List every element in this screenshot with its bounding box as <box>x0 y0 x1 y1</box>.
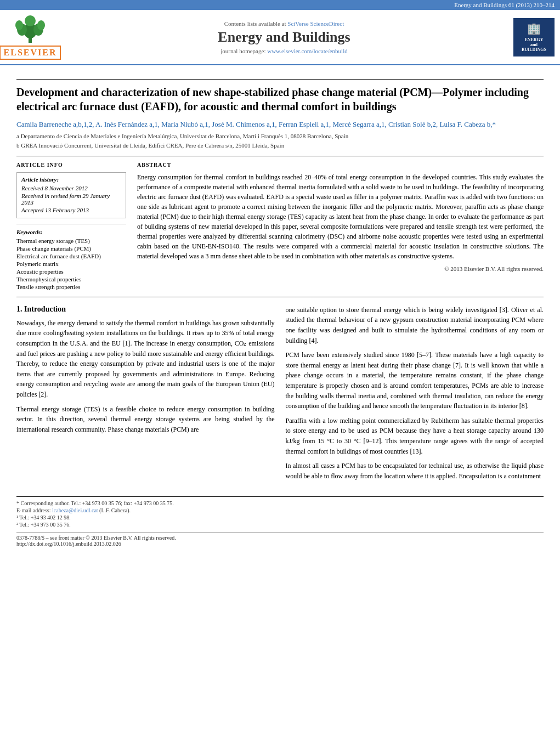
doi-anchor[interactable]: http://dx.doi.org/10.1016/j.enbuild.2013… <box>16 541 121 547</box>
authors-line: Camila Barreneche a,b,1,2, A. Inés Ferná… <box>16 120 544 129</box>
elsevier-logo: ELSEVIER <box>5 14 55 60</box>
main-content: Development and characterization of new … <box>0 65 560 558</box>
abstract-heading: Abstract <box>137 162 544 168</box>
journal-header: ELSEVIER Contents lists available at Sci… <box>0 10 560 65</box>
intro-para-1: Nowadays, the energy demand to satisfy t… <box>16 318 275 400</box>
thumb-line1: ENERGY <box>524 37 543 42</box>
copyright-line: © 2013 Elsevier B.V. All rights reserved… <box>137 265 544 272</box>
sciverse-anchor[interactable]: SciVerse ScienceDirect <box>287 20 344 27</box>
doi-link[interactable]: http://dx.doi.org/10.1016/j.enbuild.2013… <box>16 541 544 547</box>
journal-homepage[interactable]: journal homepage: www.elsevier.com/locat… <box>66 48 502 54</box>
mid-rule <box>16 156 544 156</box>
journal-citation: Energy and Buildings 61 (2013) 210–214 <box>454 2 555 8</box>
kw-item-1: Thermal energy storage (TES) <box>16 237 126 244</box>
top-rule <box>16 79 544 80</box>
sciverse-link[interactable]: Contents lists available at SciVerse Sci… <box>66 20 502 27</box>
left-column: Article Info Article history: Received 8… <box>16 162 126 291</box>
right-para-3: Paraffin with a low melting point commer… <box>286 416 544 456</box>
right-column: Abstract Energy consumption for thermal … <box>137 162 544 291</box>
footer-section: * Corresponding author. Tel.: +34 973 00… <box>16 496 544 547</box>
kw-item-7: Tensile strength properties <box>16 284 126 290</box>
keywords-label: Keywords: <box>16 229 126 235</box>
email-name: (L.F. Cabeza). <box>99 507 131 513</box>
svg-point-4 <box>15 20 23 30</box>
revised-date: Received in revised form 29 January 2013 <box>21 193 121 206</box>
article-history-box: Article history: Received 8 November 201… <box>16 172 126 218</box>
footnote-2: ² Tel.: +34 973 00 35 76. <box>16 522 544 528</box>
homepage-link[interactable]: www.elsevier.com/locate/enbuild <box>267 48 348 54</box>
article-info-heading: Article Info <box>16 162 126 168</box>
email-label: E-mail address: <box>16 507 52 513</box>
kw-item-3: Electrical arc furnace dust (EAFD) <box>16 253 126 259</box>
article-title: Development and characterization of new … <box>16 85 544 114</box>
journal-thumbnail: 🏢 ENERGY and BUILDINGS <box>513 18 555 56</box>
right-para-4: In almost all cases a PCM has to be enca… <box>286 461 544 481</box>
journal-center: Contents lists available at SciVerse Sci… <box>66 20 502 54</box>
kw-item-4: Polymeric matrix <box>16 261 126 267</box>
journal-citation-bar: Energy and Buildings 61 (2013) 210–214 <box>0 0 560 10</box>
affiliation-a: a Departamento de Ciencia de Materiales … <box>16 132 544 140</box>
right-para-2: PCM have been extensively studied since … <box>286 350 544 411</box>
svg-point-6 <box>25 15 36 26</box>
building-icon: 🏢 <box>527 22 541 35</box>
footnote-1: ¹ Tel.: +34 93 402 12 98. <box>16 514 544 521</box>
kw-rule <box>16 224 126 224</box>
intro-para-2: Thermal energy storage (TES) is a feasib… <box>16 404 275 435</box>
email-link[interactable]: lcabeza@diei.udl.cat <box>52 507 98 513</box>
affiliations: a Departamento de Ciencia de Materiales … <box>16 132 544 150</box>
right-para-1: one suitable option to store thermal ene… <box>286 305 544 346</box>
kw-item-2: Phase change materials (PCM) <box>16 245 126 252</box>
keywords-section: Keywords: Thermal energy storage (TES) P… <box>16 229 126 290</box>
footnote-email: E-mail address: lcabeza@diei.udl.cat (L.… <box>16 507 544 513</box>
thumb-line3: BUILDINGS <box>522 47 546 52</box>
journal-title-header: Energy and Buildings <box>66 29 502 46</box>
homepage-label: journal homepage: <box>220 48 267 54</box>
sciverse-text: Contents lists available at <box>224 20 287 27</box>
elsevier-tree-icon <box>11 14 49 44</box>
affiliation-b: b GREA Innovació Concurrent, Universitat… <box>16 142 544 150</box>
kw-item-5: Acoustic properties <box>16 268 126 275</box>
svg-point-5 <box>37 20 45 30</box>
body-right-column: one suitable option to store thermal ene… <box>286 305 544 486</box>
footnote-corresponding: * Corresponding author. Tel.: +34 973 00… <box>16 500 544 506</box>
accepted-date: Accepted 13 February 2013 <box>21 207 121 213</box>
abstract-text: Energy consumption for thermal comfort i… <box>137 172 544 261</box>
body-rule <box>16 297 544 297</box>
kw-item-6: Thermophysical properties <box>16 276 126 282</box>
elsevier-label: ELSEVIER <box>0 46 61 60</box>
received-date: Received 8 November 2012 <box>21 185 121 191</box>
footer-bottom: 0378-7788/$ – see front matter © 2013 El… <box>16 532 544 547</box>
history-title: Article history: <box>21 176 121 183</box>
thumb-line2: and <box>530 42 538 47</box>
body-section: 1. Introduction Nowadays, the energy dem… <box>16 305 544 486</box>
body-left-column: 1. Introduction Nowadays, the energy dem… <box>16 305 275 486</box>
license-text: 0378-7788/$ – see front matter © 2013 El… <box>16 535 544 541</box>
info-abstract-section: Article Info Article history: Received 8… <box>16 162 544 291</box>
intro-title: 1. Introduction <box>16 305 275 314</box>
